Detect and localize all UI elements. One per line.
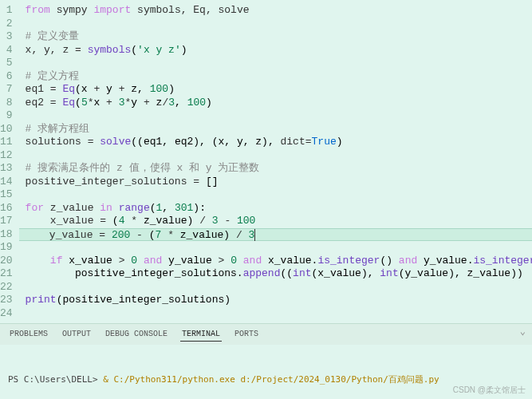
- terminal-prompt: PS C:\Users\DELL>: [8, 374, 103, 385]
- watermark: CSDN @柔文馆居士: [453, 385, 526, 396]
- code-line[interactable]: [19, 307, 532, 321]
- panel-tab[interactable]: PROBLEMS: [8, 327, 49, 342]
- code-line[interactable]: y_value = 200 - (7 * z_value) / 3: [19, 228, 532, 242]
- code-line[interactable]: from sympy import symbols, Eq, solve: [19, 4, 532, 18]
- code-line[interactable]: print(positive_integer_solutions): [19, 294, 532, 307]
- code-line[interactable]: for z_value in range(1, 301):: [19, 202, 532, 215]
- code-line[interactable]: [19, 57, 532, 70]
- code-line[interactable]: [19, 109, 532, 123]
- terminal-line: PS C:\Users\DELL> & C:/Python311/python.…: [8, 373, 524, 385]
- code-line[interactable]: solutions = solve((eq1, eq2), (x, y, z),…: [19, 136, 532, 149]
- panel-tab[interactable]: PORTS: [233, 327, 260, 342]
- code-line[interactable]: # 求解方程组: [19, 123, 532, 136]
- code-line[interactable]: [19, 281, 532, 294]
- terminal-dropdown-icon[interactable]: ⌄: [520, 326, 526, 338]
- code-line[interactable]: eq1 = Eq(x + y + z, 100): [19, 83, 532, 97]
- panel-tab[interactable]: TERMINAL: [180, 327, 222, 342]
- code-line[interactable]: positive_integer_solutions.append((int(x…: [19, 267, 532, 281]
- code-line[interactable]: if x_value > 0 and y_value > 0 and x_val…: [19, 255, 532, 268]
- code-line[interactable]: # 搜索满足条件的 z 值，使得 x 和 y 为正整数: [19, 162, 532, 176]
- code-line[interactable]: x_value = (4 * z_value) / 3 - 100: [19, 215, 532, 228]
- code-line[interactable]: [19, 149, 532, 163]
- panel-tab[interactable]: OUTPUT: [61, 327, 93, 342]
- panel-tab[interactable]: DEBUG CONSOLE: [104, 327, 169, 342]
- code-line[interactable]: eq2 = Eq(5*x + 3*y + z/3, 100): [19, 97, 532, 110]
- code-editor[interactable]: 123456789101112131415161718192021222324 …: [0, 0, 532, 323]
- code-line[interactable]: [19, 188, 532, 202]
- code-line[interactable]: [19, 18, 532, 31]
- code-line[interactable]: # 定义方程: [19, 70, 532, 84]
- code-line[interactable]: # 定义变量: [19, 30, 532, 44]
- code-line[interactable]: x, y, z = symbols('x y z'): [19, 44, 532, 57]
- code-line[interactable]: positive_integer_solutions = []: [19, 176, 532, 189]
- terminal-command: & C:/Python311/python.exe d:/Project/202…: [103, 374, 439, 385]
- terminal-toolbar: ⌄: [520, 326, 526, 338]
- code-line[interactable]: [19, 241, 532, 255]
- panel-tabs: PROBLEMSOUTPUTDEBUG CONSOLETERMINALPORTS: [0, 323, 532, 345]
- line-number-gutter: 123456789101112131415161718192021222324: [0, 0, 19, 323]
- code-area[interactable]: from sympy import symbols, Eq, solve# 定义…: [19, 0, 532, 323]
